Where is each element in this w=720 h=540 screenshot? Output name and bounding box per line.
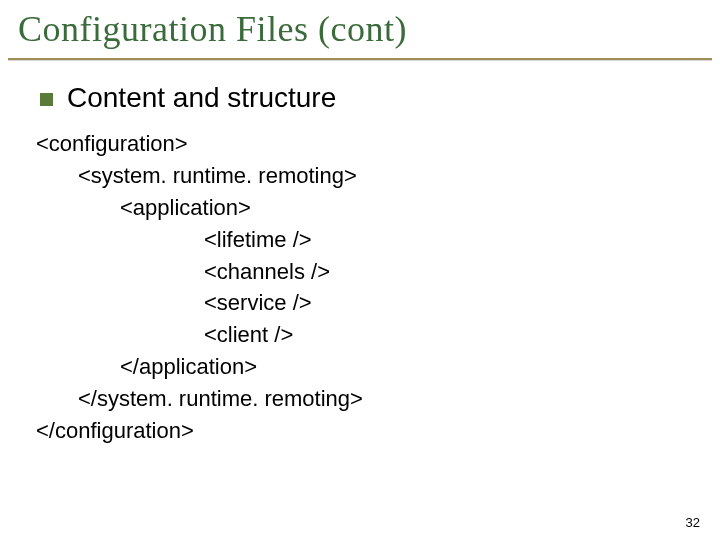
bullet-text: Content and structure: [67, 82, 336, 114]
code-line: </system. runtime. remoting>: [36, 383, 363, 415]
bullet-item: Content and structure: [40, 82, 336, 114]
slide-title: Configuration Files (cont): [18, 8, 407, 50]
code-line: <channels />: [36, 256, 363, 288]
code-line: <lifetime />: [36, 224, 363, 256]
slide: Configuration Files (cont) Content and s…: [0, 0, 720, 540]
code-block: <configuration> <system. runtime. remoti…: [36, 128, 363, 447]
code-line: <application>: [36, 192, 363, 224]
code-line: <system. runtime. remoting>: [36, 160, 363, 192]
title-underline: [8, 58, 712, 60]
square-bullet-icon: [40, 93, 53, 106]
code-line: <service />: [36, 287, 363, 319]
code-line: </configuration>: [36, 415, 363, 447]
code-line: <configuration>: [36, 128, 363, 160]
code-line: </application>: [36, 351, 363, 383]
code-line: <client />: [36, 319, 363, 351]
page-number: 32: [686, 515, 700, 530]
